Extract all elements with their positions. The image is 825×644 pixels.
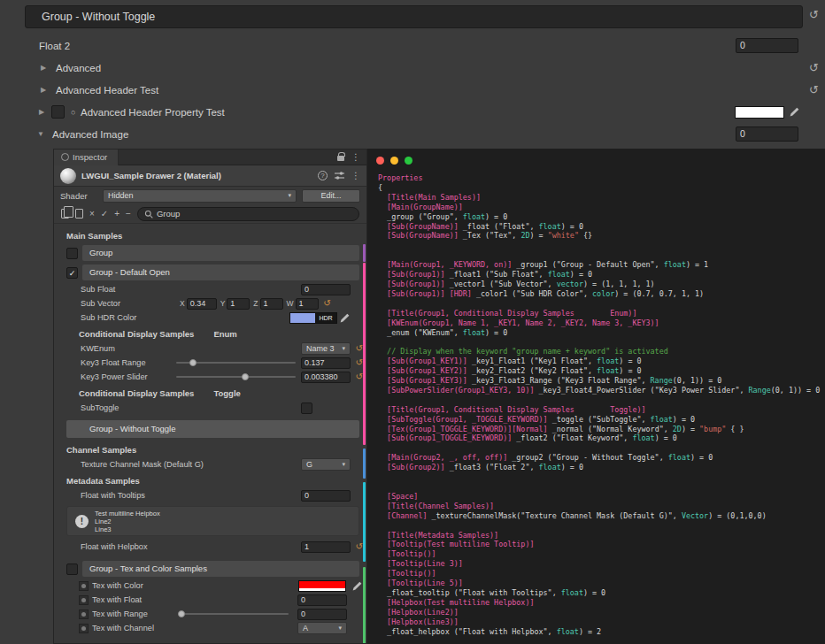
revert-icon[interactable]: ↺ <box>319 296 331 310</box>
slider-handle[interactable] <box>178 610 185 617</box>
group-default-open-header-bar[interactable]: Group - Default Open <box>82 264 359 280</box>
group-without-toggle-top-header-label: Group - Without Toggle <box>42 11 155 23</box>
title-conditional-enum-right: Enum <box>213 327 236 341</box>
group-tex-color-header-bar[interactable]: Group - Tex and Color Samples <box>82 561 359 577</box>
advanced-header-test-label[interactable]: Advanced Header Test <box>56 81 158 99</box>
texture-channel-mask-row: Texture Channel Mask (Default G) G ▾ <box>54 457 366 472</box>
hdr-color-swatch[interactable]: HDR <box>289 312 337 324</box>
group-checkbox[interactable] <box>66 248 78 259</box>
float2-field[interactable]: 0 <box>736 38 798 53</box>
expand-all-icon[interactable]: + <box>114 210 120 218</box>
edit-shader-button[interactable]: Edit... <box>302 189 360 203</box>
float-with-helpbox-field[interactable]: 1 <box>301 541 351 553</box>
key3-float-range-slider[interactable] <box>176 356 296 369</box>
tex-with-range-field[interactable]: 0 <box>297 609 347 620</box>
revert-icon[interactable]: ↺ <box>351 341 363 356</box>
kwenum-value: Name 3 <box>306 344 335 353</box>
group-without-toggle-top-header[interactable]: Group - Without Toggle <box>25 5 803 28</box>
advanced-image-label[interactable]: Advanced Image <box>52 126 128 143</box>
help-icon[interactable]: ? <box>318 171 328 180</box>
vector-y-field[interactable]: 1 <box>227 298 250 310</box>
material-menu-icon[interactable]: ⋮ <box>351 172 360 180</box>
group-tex-color-checkbox[interactable] <box>66 564 78 575</box>
property-search-input[interactable]: Group <box>137 207 359 221</box>
group-default-open-checkbox[interactable]: ✓ <box>66 267 78 279</box>
shader-dropdown[interactable]: Hidden ▾ <box>103 189 297 203</box>
advanced-header-property-test-label[interactable]: Advanced Header Property Test <box>81 104 225 121</box>
revert-icon[interactable]: ↺ <box>351 356 363 370</box>
zoom-button[interactable] <box>405 157 412 165</box>
inspector-tab-label: Inspector <box>73 152 107 162</box>
cut-icon[interactable]: × <box>89 210 95 218</box>
helpbox-line: Line3 <box>95 525 160 533</box>
revert-icon[interactable]: ↺ <box>809 59 819 77</box>
advanced-header-property-test-checkbox[interactable] <box>51 105 65 119</box>
slider-handle[interactable] <box>189 359 197 366</box>
material-toolbar: × ✓ + − Group <box>54 204 366 224</box>
slider-handle[interactable] <box>242 373 249 380</box>
vector-x-field[interactable]: 0.34 <box>187 298 217 310</box>
color-swatch-white[interactable] <box>735 106 784 119</box>
texture-thumbnail-icon[interactable] <box>79 595 89 605</box>
close-button[interactable] <box>376 157 384 165</box>
tex-with-range-row: Tex with Range 0 <box>54 607 366 621</box>
tex-with-range-label: Tex with Range <box>92 610 177 618</box>
minimize-button[interactable] <box>390 157 398 165</box>
eyedropper-icon[interactable] <box>789 106 800 118</box>
float-with-tooltips-field[interactable]: 0 <box>301 490 351 502</box>
revert-icon[interactable]: ↺ <box>351 540 363 554</box>
key3-float-range-field[interactable]: 0.137 <box>301 357 351 369</box>
group-header-bar[interactable]: Group <box>82 245 359 261</box>
group-color-strip-cyan <box>363 482 366 562</box>
subtoggle-checkbox[interactable] <box>301 402 312 414</box>
texture-channel-mask-dropdown[interactable]: G ▾ <box>301 458 351 471</box>
eyedropper-icon[interactable] <box>339 312 351 324</box>
revert-icon[interactable]: ↺ <box>809 81 819 99</box>
foldout-arrow-icon[interactable]: ▶ <box>39 104 44 121</box>
texture-thumbnail-icon[interactable] <box>79 610 89 619</box>
helpbox: ! Test multiline Helpbox Line2 Line3 <box>66 506 359 536</box>
advanced-label[interactable]: Advanced <box>56 59 101 77</box>
texture-channel-mask-label: Texture Channel Mask (Default G) <box>81 460 301 469</box>
apply-icon[interactable]: ✓ <box>101 210 108 218</box>
kwenum-dropdown[interactable]: Name 3 ▾ <box>301 342 351 355</box>
eyedropper-icon[interactable] <box>351 580 363 592</box>
tex-with-channel-value: A <box>303 624 308 632</box>
group-tex-color-row: Group - Tex and Color Samples <box>54 559 366 579</box>
paste-icon[interactable] <box>75 209 83 218</box>
revert-icon[interactable]: ↺ <box>351 370 363 384</box>
helpbox-line: Line2 <box>95 518 160 525</box>
tex-with-float-label: Tex with Float <box>92 595 294 604</box>
texture-thumbnail-icon[interactable] <box>79 624 89 633</box>
group-without-toggle-bar[interactable]: Group - Without Toggle <box>66 420 359 438</box>
key3-float-range-row: Key3 Float Range 0.137 ↺ <box>54 356 366 370</box>
foldout-arrow-icon[interactable]: ▶ <box>41 59 46 77</box>
preset-icon[interactable] <box>335 171 344 180</box>
tab-inspector[interactable]: Inspector <box>54 150 119 165</box>
chevron-down-icon: ▾ <box>335 625 342 632</box>
inspector-tab-icon <box>61 153 69 161</box>
vector-w-field[interactable]: 1 <box>296 298 319 310</box>
sub-float-field[interactable]: 0 <box>301 284 351 295</box>
tab-menu-icon[interactable]: ⋮ <box>351 153 360 162</box>
material-preview-sphere[interactable] <box>60 168 76 184</box>
color-swatch-red[interactable] <box>298 580 346 592</box>
key3-power-slider[interactable] <box>176 371 296 383</box>
texture-thumbnail-icon[interactable] <box>79 581 89 591</box>
tex-with-range-slider[interactable] <box>181 608 289 620</box>
shader-dropdown-value: Hidden <box>108 191 134 200</box>
vector-z-field[interactable]: 1 <box>260 298 283 310</box>
collapse-all-icon[interactable]: − <box>126 210 131 218</box>
revert-icon[interactable]: ↺ <box>809 8 819 21</box>
inspector-tabbar: Inspector ⋮ <box>54 150 366 165</box>
tex-with-float-field[interactable]: 0 <box>297 594 347 606</box>
copy-icon[interactable] <box>61 209 69 218</box>
lock-icon[interactable] <box>337 156 344 161</box>
tex-with-channel-dropdown[interactable]: A ▾ <box>297 622 347 634</box>
group-color-strip-blue <box>363 448 366 479</box>
float-with-tooltips-label: Float with Tooltips <box>81 491 301 500</box>
advanced-image-field[interactable]: 0 <box>736 126 798 142</box>
foldout-arrow-icon[interactable]: ▶ <box>41 81 46 99</box>
foldout-arrow-icon[interactable]: ▼ <box>37 126 44 143</box>
key3-power-slider-field[interactable]: 0.003380 <box>301 372 351 383</box>
